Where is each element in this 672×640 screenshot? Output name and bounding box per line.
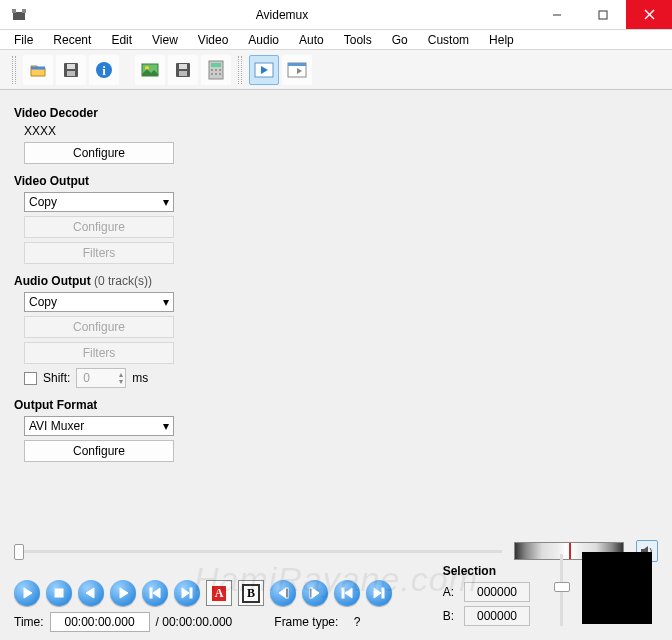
- shift-spinner[interactable]: 0 ▴▾: [76, 368, 126, 388]
- selection-a-value: 000000: [464, 582, 530, 602]
- shift-row: Shift: 0 ▴▾ ms: [24, 368, 183, 388]
- svg-rect-21: [219, 69, 221, 71]
- decoder-codec-value: XXXX: [24, 124, 183, 138]
- shift-label: Shift:: [43, 371, 70, 385]
- go-start-button[interactable]: [334, 580, 360, 606]
- svg-marker-37: [182, 588, 189, 598]
- scrubber-thumb[interactable]: [14, 544, 24, 560]
- audio-filters-button: Filters: [24, 342, 174, 364]
- shift-checkbox[interactable]: [24, 372, 37, 385]
- volume-slider[interactable]: [552, 554, 570, 626]
- svg-rect-4: [599, 11, 607, 19]
- selection-b-value: 000000: [464, 606, 530, 626]
- svg-rect-28: [288, 63, 306, 66]
- video-output-select[interactable]: Copy ▾: [24, 192, 174, 212]
- calculator-icon[interactable]: [201, 55, 231, 85]
- chevron-down-icon: ▾: [163, 295, 169, 309]
- audio-output-label: Audio Output: [14, 274, 91, 288]
- menu-file[interactable]: File: [6, 31, 41, 49]
- svg-rect-19: [211, 69, 213, 71]
- svg-marker-39: [279, 588, 286, 598]
- output-format-select[interactable]: AVI Muxer ▾: [24, 416, 174, 436]
- svg-rect-38: [190, 588, 192, 598]
- time-input[interactable]: 00:00:00.000: [50, 612, 150, 632]
- titlebar: Avidemux: [0, 0, 672, 30]
- next-black-button[interactable]: [302, 580, 328, 606]
- svg-marker-45: [374, 588, 381, 598]
- volume-thumb[interactable]: [554, 582, 570, 592]
- menu-auto[interactable]: Auto: [291, 31, 332, 49]
- decoder-configure-button[interactable]: Configure: [24, 142, 174, 164]
- video-decoder-title: Video Decoder: [14, 106, 183, 120]
- menu-video[interactable]: Video: [190, 31, 236, 49]
- svg-rect-24: [219, 73, 221, 75]
- svg-rect-0: [13, 12, 25, 20]
- minimize-button[interactable]: [534, 0, 580, 29]
- prev-black-button[interactable]: [270, 580, 296, 606]
- toolbar-grip[interactable]: [12, 56, 16, 84]
- svg-rect-20: [215, 69, 217, 71]
- menu-tools[interactable]: Tools: [336, 31, 380, 49]
- svg-rect-15: [179, 64, 187, 69]
- mark-b-button[interactable]: B: [238, 580, 264, 606]
- picture-icon[interactable]: [135, 55, 165, 85]
- svg-marker-31: [24, 588, 32, 598]
- svg-rect-32: [55, 589, 63, 597]
- svg-rect-23: [215, 73, 217, 75]
- next-keyframe-button[interactable]: [174, 580, 200, 606]
- time-label: Time:: [14, 615, 44, 629]
- shift-value: 0: [83, 371, 90, 385]
- window-list-icon[interactable]: [282, 55, 312, 85]
- svg-rect-9: [67, 71, 75, 76]
- audio-configure-button: Configure: [24, 316, 174, 338]
- selection-b-label: B:: [443, 609, 454, 623]
- close-button[interactable]: [626, 0, 672, 29]
- prev-keyframe-button[interactable]: [142, 580, 168, 606]
- frametype-label: Frame type:: [274, 615, 338, 629]
- video-configure-button: Configure: [24, 216, 174, 238]
- menu-edit[interactable]: Edit: [103, 31, 140, 49]
- svg-marker-34: [120, 588, 128, 598]
- play-window-icon[interactable]: [249, 55, 279, 85]
- menu-custom[interactable]: Custom: [420, 31, 477, 49]
- format-configure-button[interactable]: Configure: [24, 440, 174, 462]
- video-output-value: Copy: [29, 195, 57, 209]
- info-icon[interactable]: i: [89, 55, 119, 85]
- spin-arrows-icon: ▴▾: [119, 371, 123, 385]
- audio-output-select[interactable]: Copy ▾: [24, 292, 174, 312]
- chevron-down-icon: ▾: [163, 419, 169, 433]
- toolbar-grip-2[interactable]: [238, 56, 242, 84]
- audio-tracks-count: (0 track(s)): [94, 274, 152, 288]
- scrubber-track[interactable]: [14, 550, 502, 553]
- video-filters-button: Filters: [24, 242, 174, 264]
- content-area: Video Decoder XXXX Configure Video Outpu…: [0, 90, 672, 640]
- mark-a-button[interactable]: A: [206, 580, 232, 606]
- save-alt-icon[interactable]: [168, 55, 198, 85]
- go-end-button[interactable]: [366, 580, 392, 606]
- open-file-icon[interactable]: [23, 55, 53, 85]
- menu-audio[interactable]: Audio: [240, 31, 287, 49]
- stop-button[interactable]: [46, 580, 72, 606]
- svg-rect-40: [286, 588, 288, 598]
- prev-frame-button[interactable]: [78, 580, 104, 606]
- svg-rect-2: [22, 9, 26, 13]
- bottom-controls: A B Time: 00:00:00.000 / 00:00:00.000 Fr…: [14, 540, 658, 632]
- maximize-button[interactable]: [580, 0, 626, 29]
- audio-output-title: Audio Output (0 track(s)): [14, 274, 183, 288]
- save-icon[interactable]: [56, 55, 86, 85]
- menu-go[interactable]: Go: [384, 31, 416, 49]
- menu-help[interactable]: Help: [481, 31, 522, 49]
- play-button[interactable]: [14, 580, 40, 606]
- svg-rect-16: [179, 71, 187, 76]
- audio-output-value: Copy: [29, 295, 57, 309]
- svg-rect-1: [12, 9, 16, 13]
- window-title: Avidemux: [30, 8, 534, 22]
- svg-marker-33: [86, 588, 94, 598]
- menu-recent[interactable]: Recent: [45, 31, 99, 49]
- svg-marker-42: [312, 588, 319, 598]
- selection-a-label: A:: [443, 585, 454, 599]
- output-format-value: AVI Muxer: [29, 419, 84, 433]
- menu-view[interactable]: View: [144, 31, 186, 49]
- frametype-value: ?: [354, 615, 361, 629]
- next-frame-button[interactable]: [110, 580, 136, 606]
